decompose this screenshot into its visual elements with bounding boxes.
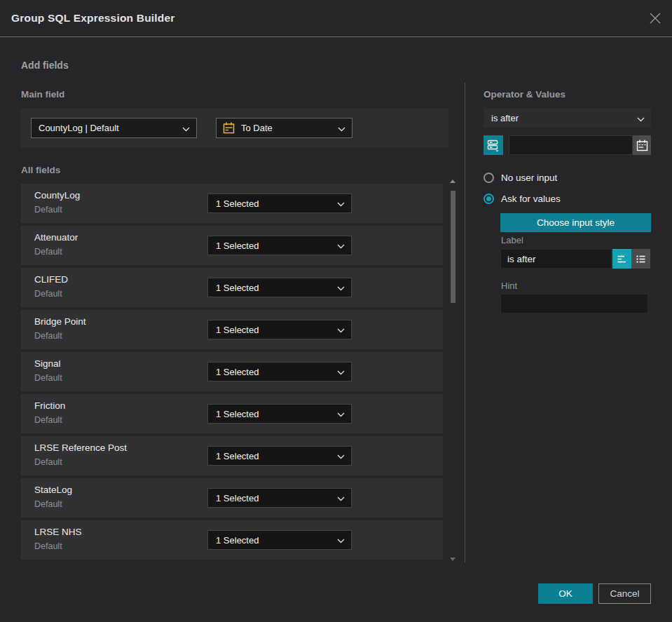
field-type: Default — [34, 205, 62, 215]
field-name: LRSE NHS — [34, 527, 82, 537]
radio-unselected-icon[interactable] — [484, 173, 494, 183]
all-fields-list: CountyLog Default 1 Selected Attenuator … — [21, 184, 443, 562]
field-row: Friction Default 1 Selected — [21, 394, 443, 433]
radio-no-user-input-label: No user input — [501, 173, 557, 183]
radio-selected-icon[interactable] — [484, 194, 494, 204]
operator-select[interactable]: is after — [484, 109, 651, 128]
chevron-down-icon — [337, 407, 345, 420]
radio-ask-for-values[interactable]: Ask for values — [484, 194, 561, 204]
chevron-down-icon — [338, 122, 345, 135]
close-icon[interactable] — [647, 11, 663, 26]
choose-input-style-button[interactable]: Choose input style — [500, 213, 651, 232]
field-type: Default — [34, 415, 62, 425]
label-input[interactable] — [500, 249, 612, 269]
field-selected-value: 1 Selected — [208, 493, 259, 503]
field-name: Attenuator — [34, 232, 78, 243]
main-field-box: CountyLog | Default To Date — [21, 109, 448, 148]
field-selected-dropdown[interactable]: 1 Selected — [207, 236, 352, 255]
main-field-select[interactable]: CountyLog | Default — [31, 118, 197, 138]
hint-input[interactable] — [500, 294, 648, 313]
radio-ask-for-values-label: Ask for values — [501, 194, 561, 204]
scrollbar-down-arrow-icon[interactable] — [450, 557, 455, 561]
chevron-down-icon — [337, 323, 345, 336]
unique-values-picker-button[interactable] — [484, 135, 503, 155]
value-input[interactable] — [509, 135, 633, 155]
operator-values-heading: Operator & Values — [484, 89, 565, 100]
chevron-down-icon — [337, 281, 345, 294]
field-row: Signal Default 1 Selected — [21, 352, 443, 391]
group-sql-expression-builder-dialog: Group SQL Expression Builder Add fields … — [0, 0, 672, 622]
chevron-down-icon — [337, 534, 345, 546]
hint-field-label: Hint — [501, 280, 517, 291]
chevron-down-icon — [182, 122, 190, 135]
main-field-heading: Main field — [21, 89, 64, 100]
field-name: Friction — [34, 400, 65, 411]
field-type: Default — [34, 457, 62, 467]
field-type: Default — [34, 247, 62, 257]
main-field-date-select[interactable]: To Date — [216, 118, 352, 138]
chevron-down-icon — [337, 365, 345, 378]
date-picker-button[interactable] — [633, 135, 651, 155]
field-name: Bridge Point — [34, 316, 86, 327]
field-row: Attenuator Default 1 Selected — [21, 226, 443, 265]
field-type: Default — [34, 541, 62, 551]
list-style-button[interactable] — [631, 249, 650, 269]
panel-divider — [465, 83, 465, 562]
field-type: Default — [34, 331, 62, 341]
field-type: Default — [34, 373, 62, 383]
chevron-down-icon — [637, 112, 645, 125]
field-selected-value: 1 Selected — [208, 367, 259, 377]
field-name: StateLog — [34, 485, 72, 495]
field-selected-value: 1 Selected — [208, 198, 259, 209]
field-selected-dropdown[interactable]: 1 Selected — [207, 278, 352, 297]
field-selected-value: 1 Selected — [208, 241, 259, 251]
field-selected-value: 1 Selected — [208, 325, 259, 335]
chevron-down-icon — [337, 492, 345, 504]
field-selected-dropdown[interactable]: 1 Selected — [207, 404, 352, 424]
field-row: CountyLog Default 1 Selected — [21, 184, 443, 223]
list-scrollbar[interactable] — [448, 178, 457, 562]
chevron-down-icon — [337, 449, 345, 462]
field-selected-dropdown[interactable]: 1 Selected — [207, 194, 352, 213]
chevron-down-icon — [337, 197, 345, 210]
label-field-label: Label — [501, 235, 523, 245]
field-selected-dropdown[interactable]: 1 Selected — [207, 530, 352, 550]
field-name: CLIFED — [34, 274, 68, 285]
field-row: LRSE Reference Post Default 1 Selected — [21, 436, 443, 475]
field-selected-dropdown[interactable]: 1 Selected — [207, 320, 352, 339]
add-fields-heading: Add fields — [21, 60, 69, 71]
field-selected-dropdown[interactable]: 1 Selected — [207, 446, 352, 466]
calendar-icon — [223, 122, 235, 134]
cancel-button[interactable]: Cancel — [598, 583, 651, 604]
field-selected-value: 1 Selected — [208, 283, 259, 293]
field-type: Default — [34, 289, 62, 299]
field-name: CountyLog — [34, 190, 80, 201]
field-selected-dropdown[interactable]: 1 Selected — [207, 362, 352, 381]
field-row: StateLog Default 1 Selected — [21, 478, 443, 518]
dialog-titlebar: Group SQL Expression Builder — [0, 0, 672, 37]
field-selected-value: 1 Selected — [208, 409, 259, 419]
field-name: LRSE Reference Post — [34, 442, 127, 453]
operator-select-value: is after — [484, 113, 519, 123]
field-type: Default — [34, 499, 62, 509]
scrollbar-up-arrow-icon[interactable] — [450, 180, 455, 183]
chevron-down-icon — [337, 239, 345, 252]
all-fields-heading: All fields — [21, 165, 60, 175]
single-line-style-button[interactable] — [612, 249, 631, 269]
main-field-date-value: To Date — [235, 123, 273, 133]
field-row: LRSE NHS Default 1 Selected — [21, 520, 443, 560]
field-selected-value: 1 Selected — [208, 451, 259, 461]
main-field-select-value: CountyLog | Default — [32, 123, 119, 133]
field-name: Signal — [34, 358, 61, 369]
field-selected-dropdown[interactable]: 1 Selected — [207, 488, 352, 508]
ok-button[interactable]: OK — [538, 583, 593, 604]
scrollbar-thumb[interactable] — [451, 191, 455, 303]
field-selected-value: 1 Selected — [208, 535, 259, 546]
radio-no-user-input[interactable]: No user input — [484, 173, 557, 183]
field-row: Bridge Point Default 1 Selected — [21, 310, 443, 349]
field-row: CLIFED Default 1 Selected — [21, 268, 443, 307]
dialog-title: Group SQL Expression Builder — [11, 0, 175, 36]
